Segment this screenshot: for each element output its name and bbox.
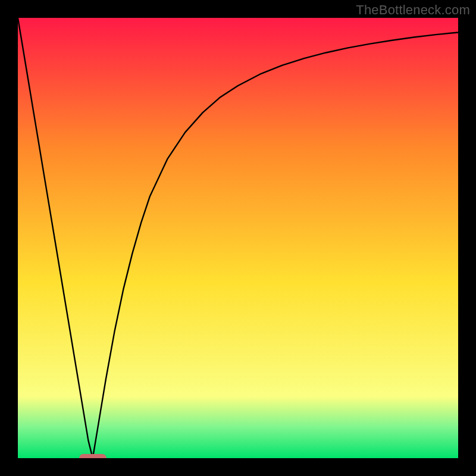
optimal-marker bbox=[79, 454, 107, 458]
gradient-background bbox=[18, 18, 458, 458]
chart-frame: TheBottleneck.com bbox=[0, 0, 476, 476]
attribution-text: TheBottleneck.com bbox=[356, 2, 470, 18]
plot-area bbox=[18, 18, 458, 458]
chart-svg bbox=[18, 18, 458, 458]
